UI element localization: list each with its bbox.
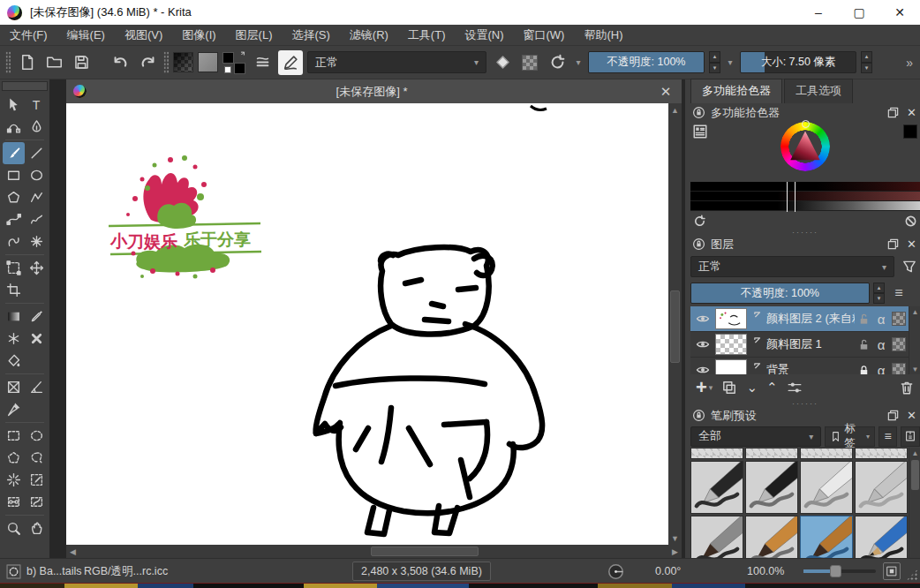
multibrush-tool[interactable] — [26, 230, 48, 253]
statusbar-color-profile[interactable]: RGB/透明...rc.icc — [84, 559, 168, 584]
alpha-lock-icon[interactable]: α — [872, 362, 890, 374]
menu-help[interactable]: 帮助(H) — [574, 25, 632, 45]
pan-tool[interactable] — [26, 517, 48, 539]
scroll-up-icon[interactable]: ▲ — [668, 103, 682, 117]
brush-preset-eraser-4[interactable] — [855, 448, 908, 459]
freehand-path-tool[interactable] — [26, 208, 48, 230]
lock-open-icon[interactable] — [855, 336, 872, 352]
brush-size-spinner[interactable]: ▴▾ — [861, 51, 872, 73]
clear-color-history-icon[interactable] — [904, 215, 917, 228]
opacity-options-dropdown[interactable]: ▾ — [725, 57, 735, 67]
brush-size-slider[interactable]: 大小: 7.50 像素 — [740, 51, 856, 73]
brush-presets-header[interactable]: 笔刷预设 ✕ — [690, 406, 920, 425]
color-picker-header[interactable]: 多功能拾色器 ✕ — [690, 103, 920, 122]
close-docker-icon[interactable]: ✕ — [905, 237, 918, 251]
canvas-vertical-scrollbar[interactable]: ▲ ▼ — [668, 103, 682, 545]
scroll-right-icon[interactable]: ▶ — [668, 545, 682, 558]
add-layer-button[interactable]: +▾ — [696, 376, 713, 399]
scroll-up-icon[interactable]: ▲ — [909, 448, 920, 458]
polygon-select-tool[interactable] — [3, 447, 25, 469]
float-docker-icon[interactable] — [886, 106, 900, 119]
scroll-down-icon[interactable]: ▼ — [909, 364, 920, 374]
lock-docker-icon[interactable] — [692, 106, 705, 119]
layer-row[interactable]: 颜料图层 2 (来自粘贴) α — [690, 306, 920, 332]
color-wheel[interactable] — [780, 122, 830, 171]
toolbox-grip[interactable] — [2, 81, 48, 91]
lock-docker-icon[interactable] — [692, 237, 705, 251]
scroll-up-icon[interactable]: ▲ — [909, 306, 920, 317]
edit-brush-settings-button[interactable] — [278, 50, 303, 75]
lock-open-icon[interactable] — [855, 311, 872, 327]
freehand-brush-tool[interactable] — [3, 142, 25, 164]
freehand-select-tool[interactable] — [26, 447, 48, 469]
layer-row[interactable]: 颜料图层 1 α — [690, 332, 920, 358]
preserve-alpha-button[interactable] — [518, 51, 541, 74]
color-select-tool[interactable] — [26, 469, 48, 491]
rectangle-tool[interactable] — [3, 164, 25, 186]
calligraphy-tool[interactable] — [26, 116, 48, 138]
magic-wand-select-tool[interactable] — [3, 469, 25, 491]
zoom-slider-handle[interactable] — [830, 565, 841, 577]
eye-icon[interactable] — [690, 363, 715, 374]
inherit-alpha-icon[interactable] — [892, 312, 906, 326]
brush-preset-pencil-silver[interactable] — [855, 461, 908, 514]
line-tool[interactable] — [26, 142, 48, 164]
layer-properties-button[interactable] — [787, 380, 803, 396]
blending-mode-dropdown[interactable]: 正常 ▾ — [307, 51, 486, 73]
tag-button[interactable]: 标签 ▾ — [825, 426, 875, 447]
color-slider-bars[interactable] — [690, 182, 920, 212]
reference-images-tool[interactable] — [3, 398, 25, 420]
crop-tool[interactable] — [3, 279, 25, 301]
layers-header[interactable]: 图层 ✕ — [690, 235, 920, 253]
vertical-scroll-thumb[interactable] — [670, 290, 680, 363]
bezier-select-tool[interactable] — [3, 491, 25, 513]
delete-layer-button[interactable] — [899, 380, 915, 396]
edit-shapes-tool[interactable] — [3, 116, 25, 138]
menu-layer[interactable]: 图层(L) — [226, 25, 283, 45]
toolbar-grip[interactable] — [5, 51, 11, 74]
fill-tool[interactable] — [3, 350, 25, 372]
minimize-button[interactable]: – — [798, 0, 839, 25]
redo-button[interactable] — [136, 51, 159, 74]
new-document-button[interactable] — [15, 51, 38, 74]
save-document-button[interactable] — [70, 51, 93, 74]
close-docker-icon[interactable]: ✕ — [905, 106, 918, 119]
fit-page-button[interactable] — [883, 562, 901, 580]
brush-preset-fineliner-white[interactable] — [800, 461, 853, 514]
close-button[interactable]: ✕ — [879, 0, 920, 25]
reload-preset-button[interactable] — [546, 51, 569, 74]
inherit-alpha-icon[interactable] — [892, 337, 906, 351]
menu-window[interactable]: 窗口(W) — [514, 25, 575, 45]
brush-scroll-thumb[interactable] — [911, 460, 919, 490]
brush-preset-eraser-2[interactable] — [745, 448, 798, 459]
lock-docker-icon[interactable] — [692, 409, 705, 422]
gradient-swatch-button[interactable] — [173, 52, 193, 72]
toolbar-overflow-button[interactable]: » — [906, 56, 915, 70]
menu-file[interactable]: 文件(F) — [0, 25, 57, 45]
opacity-spinner[interactable]: ▴▾ — [709, 51, 720, 73]
color-sampler-tool[interactable] — [26, 305, 48, 328]
transform-tool[interactable] — [3, 257, 25, 279]
layer-thumbnail[interactable] — [715, 308, 747, 329]
layer-filter-button[interactable] — [899, 256, 920, 277]
eye-icon[interactable] — [690, 312, 715, 326]
rotation-dial-icon[interactable] — [607, 559, 624, 584]
opacity-slider[interactable]: 不透明度: 100% — [588, 51, 705, 73]
text-tool[interactable]: T — [26, 94, 48, 116]
undo-button[interactable] — [109, 51, 132, 74]
saturation-bar[interactable] — [690, 192, 920, 201]
gradient-tool[interactable] — [3, 305, 25, 328]
horizontal-scroll-thumb[interactable] — [371, 547, 479, 556]
magnetic-select-tool[interactable] — [26, 491, 48, 513]
current-color-swatch[interactable] — [903, 124, 917, 139]
choose-brush-preset-button[interactable] — [251, 51, 274, 74]
measure-tool[interactable] — [26, 376, 48, 398]
tab-tool-options[interactable]: 工具选项 — [784, 79, 853, 103]
polygon-tool[interactable] — [3, 186, 25, 208]
float-docker-icon[interactable] — [886, 237, 900, 251]
duplicate-layer-button[interactable] — [721, 380, 737, 396]
background-color[interactable] — [234, 63, 245, 74]
lock-closed-icon[interactable] — [855, 362, 872, 374]
subwindow-close-icon[interactable]: ✕ — [657, 84, 675, 100]
brush-preset-ink-pen-soft[interactable] — [745, 461, 798, 514]
